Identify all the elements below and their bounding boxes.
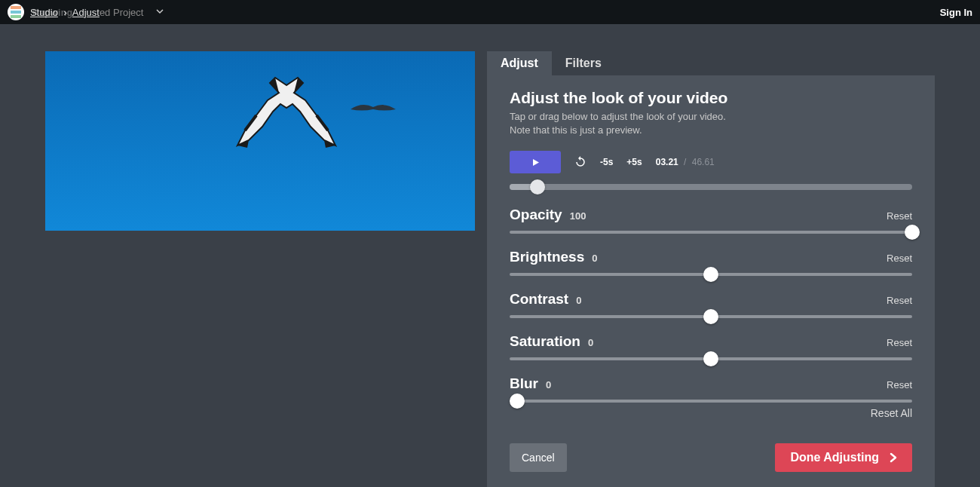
playback-progress[interactable] — [510, 184, 912, 190]
bird-small-graphic — [347, 98, 400, 121]
playback-controls: -5s +5s 03.21 / 46.61 — [510, 151, 912, 173]
done-button-label: Done Adjusting — [790, 451, 879, 464]
slider-value: 0 — [576, 295, 581, 306]
breadcrumb-project-suffix: ed Project — [100, 7, 144, 18]
slider-label: Saturation — [510, 333, 580, 349]
slider-value: 0 — [588, 337, 593, 348]
panel-subtitle-1: Tap or drag below to adjust the look of … — [510, 110, 912, 124]
preview-column — [45, 51, 475, 487]
panel-title: Adjust the look of your video — [510, 89, 912, 107]
slider-label: Blur — [510, 375, 538, 391]
slider-thumb[interactable] — [703, 351, 718, 366]
time-separator: / — [684, 157, 686, 167]
tabs: Adjust Filters — [487, 51, 935, 75]
replay-button[interactable] — [574, 156, 586, 168]
slider-reset[interactable]: Reset — [887, 253, 912, 264]
slider-track[interactable] — [510, 357, 912, 360]
sign-in-link[interactable]: Sign In — [940, 7, 972, 18]
slider-contrast: Contrast0 Reset — [510, 291, 912, 318]
slider-thumb[interactable] — [703, 267, 718, 282]
slider-saturation: Saturation0 Reset — [510, 333, 912, 360]
slider-reset[interactable]: Reset — [887, 379, 912, 391]
slider-track[interactable] — [510, 400, 912, 403]
play-icon — [531, 158, 540, 167]
slider-label: Contrast — [510, 291, 568, 307]
panel-subtitle-2: Note that this is just a preview. — [510, 124, 912, 137]
slider-track[interactable] — [510, 231, 912, 234]
footer-buttons: Cancel Done Adjusting — [510, 430, 912, 472]
slider-reset[interactable]: Reset — [887, 295, 912, 306]
breadcrumb-adjust[interactable]: Adjust — [72, 7, 100, 18]
slider-thumb[interactable] — [510, 394, 525, 409]
brand-watermark: Kapwing — [32, 8, 73, 18]
cancel-button[interactable]: Cancel — [510, 443, 567, 472]
seek-forward-5s[interactable]: +5s — [626, 157, 642, 167]
replay-icon — [574, 156, 586, 168]
slider-thumb[interactable] — [703, 309, 718, 324]
topbar-left: Studio › Adjusted Project Kapwing — [8, 4, 164, 20]
topbar: Studio › Adjusted Project Kapwing Sign I… — [0, 0, 980, 24]
slider-thumb[interactable] — [905, 225, 920, 240]
slider-opacity: Opacity100 Reset — [510, 207, 912, 234]
main: Adjust Filters Adjust the look of your v… — [0, 24, 980, 487]
done-adjusting-button[interactable]: Done Adjusting — [775, 443, 912, 472]
slider-reset[interactable]: Reset — [887, 337, 912, 348]
slider-label: Opacity — [510, 207, 562, 222]
progress-thumb[interactable] — [530, 179, 545, 194]
chevron-down-icon[interactable] — [155, 5, 164, 19]
adjust-panel: Adjust the look of your video Tap or dra… — [487, 75, 935, 487]
time-total: 46.61 — [692, 157, 715, 167]
slider-label: Brightness — [510, 249, 584, 265]
play-button[interactable] — [510, 151, 561, 173]
slider-brightness: Brightness0 Reset — [510, 249, 912, 276]
panel-column: Adjust Filters Adjust the look of your v… — [487, 51, 935, 487]
chevron-right-icon — [890, 452, 897, 463]
slider-value: 0 — [546, 379, 551, 391]
slider-blur: Blur0 Reset — [510, 375, 912, 403]
video-preview[interactable] — [45, 51, 475, 231]
slider-reset[interactable]: Reset — [887, 210, 912, 222]
logo-icon[interactable] — [8, 4, 24, 20]
bird-large-graphic — [234, 74, 339, 157]
tab-adjust[interactable]: Adjust — [487, 51, 552, 75]
slider-value: 0 — [592, 253, 597, 264]
seek-back-5s[interactable]: -5s — [600, 157, 613, 167]
slider-value: 100 — [570, 210, 586, 222]
reset-all-link[interactable]: Reset All — [510, 407, 912, 419]
breadcrumb[interactable]: Studio › Adjusted Project Kapwing — [30, 7, 143, 18]
tab-filters[interactable]: Filters — [552, 51, 615, 75]
slider-track[interactable] — [510, 315, 912, 318]
time-current: 03.21 — [656, 157, 678, 167]
sliders-section: Opacity100 Reset Brightness0 Reset Contr… — [510, 207, 912, 412]
slider-track[interactable] — [510, 273, 912, 276]
time-display: 03.21 / 46.61 — [656, 157, 715, 167]
